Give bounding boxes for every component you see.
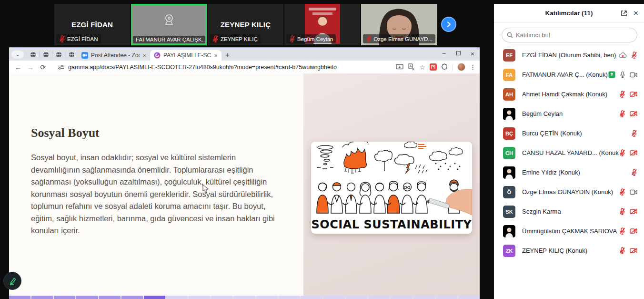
bookmark-star-icon[interactable]: ☆ bbox=[419, 63, 425, 71]
tab-close-icon[interactable]: × bbox=[142, 52, 146, 59]
cam-off-icon bbox=[630, 247, 637, 254]
site-info-icon[interactable] bbox=[58, 64, 64, 70]
card-progress-segment[interactable] bbox=[256, 296, 278, 299]
close-button[interactable]: × bbox=[465, 50, 480, 58]
video-tile[interactable]: Begüm Ceylan bbox=[284, 4, 360, 45]
share-screen-icon bbox=[608, 71, 615, 78]
video-tile[interactable]: FATMANUR AVAR ÇALIŞK... bbox=[131, 4, 207, 45]
video-tile[interactable]: Özge Elmas GÜNAYD... bbox=[361, 4, 437, 45]
card-progress-segment[interactable] bbox=[54, 296, 75, 299]
participant-status-icons bbox=[619, 52, 637, 59]
photo-avatar-image bbox=[503, 108, 515, 120]
participant-row[interactable]: AHAhmet Hamdi Çakmak (Konuk) bbox=[494, 84, 644, 104]
participant-status-icons bbox=[619, 188, 637, 196]
participant-name: Emine Yıldız (Konuk) bbox=[522, 169, 631, 176]
collapsed-tabs bbox=[27, 50, 78, 59]
participant-row[interactable]: ÖÖzge Elmas GÜNAYDIN (Konuk) bbox=[494, 182, 644, 202]
video-thumbnail-strip: EZGİ FİDAN EZGİ FİDAN FATMANUR AVAR ÇALI… bbox=[54, 4, 437, 45]
participant-name: Özge Elmas GÜNAYDIN (Konuk) bbox=[522, 188, 619, 196]
card-progress-segment[interactable] bbox=[233, 296, 255, 299]
annotate-button[interactable] bbox=[3, 272, 21, 290]
search-input[interactable] bbox=[516, 31, 632, 39]
mic-off-icon bbox=[289, 35, 295, 42]
video-tile[interactable]: EZGİ FİDAN EZGİ FİDAN bbox=[54, 4, 130, 45]
red-extension-icon[interactable] bbox=[430, 63, 437, 71]
tab-close-icon[interactable]: × bbox=[214, 52, 218, 59]
participant-row[interactable]: Ümmügülsüm ÇAKMAK SARIOVA bbox=[494, 221, 644, 241]
profile-avatar[interactable] bbox=[457, 63, 465, 71]
back-button[interactable]: ← bbox=[13, 63, 23, 71]
participant-name: Ahmet Hamdi Çakmak (Konuk) bbox=[522, 91, 619, 98]
participant-name: Sezgin Karma bbox=[522, 208, 619, 215]
card-progress-segment[interactable] bbox=[346, 296, 367, 299]
browser-tab-strip: ⌄ Post Attendee - Zoom bbox=[9, 48, 480, 61]
card-progress-segment[interactable] bbox=[279, 296, 300, 299]
card-progress-segment[interactable] bbox=[31, 296, 53, 299]
card-progress-segment[interactable] bbox=[391, 296, 412, 299]
card-progress-segment[interactable] bbox=[436, 296, 457, 299]
maximize-button[interactable] bbox=[451, 50, 465, 57]
browser-toolbar: ← → ⟳ gamma.app/docs/PAYLASIMLI-E-SCOOTE… bbox=[9, 61, 480, 73]
window-controls: – × bbox=[437, 48, 480, 59]
webcam-placeholder-icon bbox=[163, 14, 175, 25]
forward-button[interactable]: → bbox=[25, 63, 36, 71]
participant-status-icons bbox=[619, 91, 637, 98]
card-progress-segment[interactable] bbox=[76, 296, 98, 299]
tab-gamma-active[interactable]: PAYLAŞIMLI E-SCOOTER | Gamma × bbox=[150, 50, 221, 61]
card-progress-segment[interactable] bbox=[121, 296, 143, 299]
card-progress-segment[interactable] bbox=[189, 296, 210, 299]
participant-row[interactable]: ZKZEYNEP KILIÇ (Konuk) bbox=[494, 241, 644, 260]
participant-row[interactable]: Emine Yıldız (Konuk) bbox=[494, 163, 644, 182]
collapsed-tab[interactable] bbox=[65, 50, 78, 59]
participant-row[interactable]: CHCANSU HAZAL YANARD... (Konuk) bbox=[494, 143, 644, 163]
card-progress-segment[interactable] bbox=[144, 296, 165, 299]
video-tile[interactable]: ZEYNEP KILIÇ ZEYNEP KILIÇ bbox=[208, 4, 283, 45]
collapsed-tab[interactable] bbox=[52, 50, 65, 59]
participant-row[interactable]: EFEZGİ FİDAN (Oturum Sahibi, ben) bbox=[494, 45, 644, 65]
extensions-puzzle-icon[interactable] bbox=[441, 63, 448, 71]
card-progress-segment[interactable] bbox=[458, 296, 480, 299]
participant-photo-avatar bbox=[503, 166, 515, 179]
popout-icon[interactable] bbox=[620, 10, 628, 17]
participant-avatar: CH bbox=[503, 147, 515, 159]
mic-off-icon bbox=[619, 208, 625, 215]
minimize-button[interactable]: – bbox=[437, 50, 451, 57]
card-progress-segment[interactable] bbox=[166, 296, 188, 299]
reload-button[interactable]: ⟳ bbox=[38, 63, 48, 71]
card-progress-segment[interactable] bbox=[368, 296, 390, 299]
participant-row[interactable]: FAFATMANUR AVAR Ç... (Konuk) bbox=[494, 65, 644, 84]
mic-off-icon bbox=[366, 35, 372, 42]
participant-name: Ümmügülsüm ÇAKMAK SARIOVA bbox=[522, 227, 619, 235]
save-page-icon[interactable] bbox=[396, 64, 403, 71]
card-progress-segment[interactable] bbox=[9, 296, 30, 299]
collapsed-tab[interactable] bbox=[27, 50, 39, 59]
participant-name: FATMANUR AVAR Ç... (Konuk) bbox=[522, 71, 608, 78]
tile-name-label: Özge Elmas GÜNAYD... bbox=[363, 34, 435, 43]
card-progress-segment[interactable] bbox=[413, 296, 435, 299]
translate-icon[interactable]: A bbox=[408, 63, 415, 71]
participant-status-icons bbox=[619, 227, 637, 235]
new-tab-button[interactable]: + bbox=[225, 51, 230, 59]
illustration-caption: SOCIAL SUSTAINABILITY bbox=[312, 218, 472, 231]
close-panel-icon[interactable]: × bbox=[634, 9, 638, 17]
participant-row[interactable]: BÇBurcu ÇETİN (Konuk) bbox=[494, 124, 644, 143]
participant-row[interactable]: SKSezgin Karma bbox=[494, 202, 644, 221]
tab-post-attendee-zoom[interactable]: Post Attendee - Zoom × bbox=[78, 50, 150, 61]
card-progress-segment[interactable] bbox=[211, 296, 232, 299]
card-progress-segment[interactable] bbox=[99, 296, 121, 299]
card-progress-segment[interactable] bbox=[301, 296, 322, 299]
mic-off-icon bbox=[619, 188, 625, 196]
participant-name: EZGİ FİDAN (Oturum Sahibi, ben) bbox=[522, 52, 619, 59]
address-bar[interactable]: gamma.app/docs/PAYLASIMLI-E-SCOOTER-27lu… bbox=[53, 62, 391, 72]
participant-row[interactable]: Begüm Ceylan bbox=[494, 104, 644, 124]
globe-favicon bbox=[69, 52, 75, 58]
tile-label-text: EZGİ FİDAN bbox=[67, 36, 98, 42]
mic-off-icon bbox=[59, 35, 65, 42]
participant-search[interactable] bbox=[502, 28, 637, 42]
card-progress-segment[interactable] bbox=[323, 296, 345, 299]
browser-menu-icon[interactable]: ⋮ bbox=[470, 63, 476, 71]
next-videos-button[interactable] bbox=[441, 17, 456, 32]
collapsed-tab[interactable] bbox=[40, 50, 52, 59]
svg-text:A: A bbox=[410, 64, 412, 68]
tab-search-button[interactable]: ⌄ bbox=[11, 51, 24, 59]
